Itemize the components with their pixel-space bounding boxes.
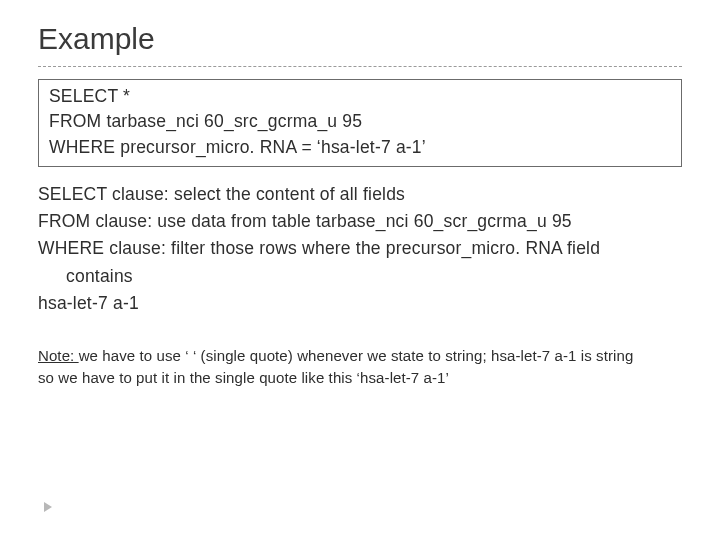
explain-from: FROM clause: use data from table tarbase… [38,208,682,235]
note-label: Note: [38,347,79,364]
note-line1: we have to use ‘ ‘ (single quote) whenev… [79,347,634,364]
explanation-block: SELECT clause: select the content of all… [38,181,682,317]
explain-where-indent: contains [38,263,682,290]
sql-query-box: SELECT * FROM tarbase_nci 60_src_gcrma_u… [38,79,682,167]
note-block: Note: we have to use ‘ ‘ (single quote) … [38,345,720,390]
query-line-where: WHERE precursor_micro. RNA = ‘hsa-let-7 … [49,135,671,160]
explain-where-value: hsa-let-7 a-1 [38,290,682,317]
query-line-from: FROM tarbase_nci 60_src_gcrma_u 95 [49,109,671,134]
slide: Example SELECT * FROM tarbase_nci 60_src… [0,0,720,540]
query-line-select: SELECT * [49,84,671,109]
explain-select: SELECT clause: select the content of all… [38,181,682,208]
title-separator [38,66,682,67]
note-line2: so we have to put it in the single quote… [38,369,449,386]
explain-where-lead: WHERE clause: filter those rows where th… [38,235,682,262]
triangle-bullet-icon [44,502,52,512]
page-title: Example [0,22,720,62]
